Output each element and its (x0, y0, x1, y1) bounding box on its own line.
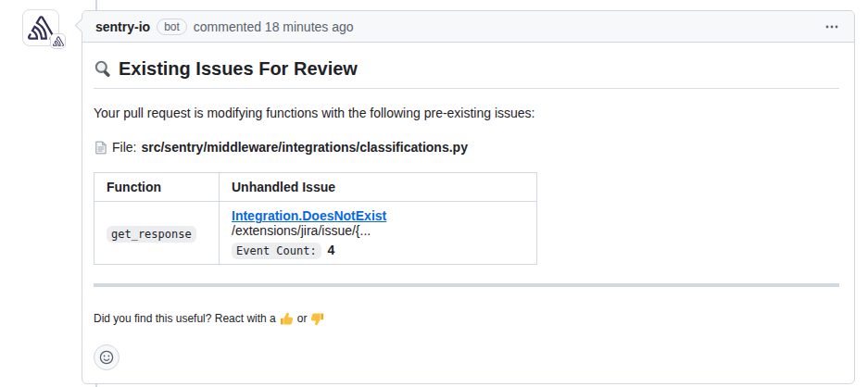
column-header-issue: Unhandled Issue (220, 173, 537, 202)
issue-link[interactable]: Integration.DoesNotExist (232, 208, 386, 223)
magnifying-glass-icon (94, 59, 113, 79)
file-line: File: src/sentry/middleware/integrations… (94, 138, 839, 157)
column-header-function: Function (94, 173, 220, 202)
issue-line: Integration.DoesNotExist /extensions/jir… (232, 208, 524, 238)
feedback-conjunction: or (297, 311, 308, 326)
comment-body: Existing Issues For Review Your pull req… (82, 56, 854, 383)
feedback-note: Did you find this useful? React with a o… (94, 311, 839, 326)
issue-path: /extensions/jira/issue/{... (232, 223, 371, 238)
comment-card: sentry-io bot commented 18 minutes ago E… (82, 10, 855, 384)
author-link[interactable]: sentry-io (95, 19, 150, 34)
event-count-label: Event Count: (232, 243, 321, 259)
thumbs-down-icon (310, 312, 324, 326)
page-icon (94, 141, 107, 155)
file-path: src/sentry/middleware/integrations/class… (141, 138, 467, 157)
file-label: File: (112, 138, 136, 157)
event-count-line: Event Count: 4 (232, 243, 524, 257)
comment-timestamp: commented 18 minutes ago (194, 19, 354, 34)
table-header-row: Function Unhandled Issue (94, 173, 537, 202)
bot-badge: bot (157, 19, 187, 35)
kebab-icon (824, 19, 839, 34)
comment-header: sentry-io bot commented 18 minutes ago (82, 11, 854, 43)
issues-table: Function Unhandled Issue get_response In… (94, 172, 537, 265)
sentry-logo-mini-icon (53, 36, 64, 46)
function-cell: get_response (94, 202, 220, 265)
comment-caret (74, 19, 89, 33)
feedback-text: Did you find this useful? React with a (94, 311, 276, 326)
function-name: get_response (107, 226, 196, 243)
event-count-value: 4 (328, 243, 335, 257)
smiley-icon (99, 350, 114, 365)
comment-options-button[interactable] (823, 18, 841, 36)
add-reaction-button[interactable] (94, 344, 120, 370)
issue-cell: Integration.DoesNotExist /extensions/jir… (220, 202, 537, 265)
app-badge (50, 33, 66, 49)
comment-title: Existing Issues For Review (94, 56, 839, 89)
table-row: get_response Integration.DoesNotExist /e… (94, 202, 537, 265)
thumbs-up-icon (280, 312, 294, 326)
intro-text: Your pull request is modifying functions… (94, 104, 839, 123)
comment-title-text: Existing Issues For Review (119, 56, 358, 81)
section-divider (94, 283, 839, 287)
avatar[interactable] (22, 9, 59, 46)
